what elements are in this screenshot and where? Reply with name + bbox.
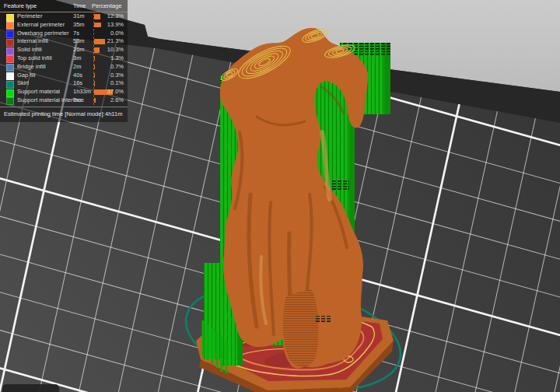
feature-percentage: 13.9% — [107, 21, 124, 30]
feature-time: 35m — [73, 21, 85, 30]
legend-row: Support material 1h33m 37.0% — [0, 88, 128, 96]
legend-row: Solid infill 26m 10.3% — [0, 46, 128, 54]
feature-label: Overhang perimeter — [17, 30, 69, 38]
feature-percentage: 2.6% — [110, 96, 124, 105]
legend-row: Perimeter 31m 12.3% — [0, 12, 128, 21]
feature-percentage: 37.0% — [107, 88, 124, 96]
percentage-bar — [94, 39, 105, 44]
legend-panel: Feature type Time Percentage Perimeter 3… — [0, 0, 128, 122]
feature-time: 7m — [73, 96, 81, 105]
feature-percentage: 0.0% — [110, 30, 124, 38]
feature-time: 1h33m — [73, 88, 91, 96]
legend-row: Skirt 16s 0.1% — [0, 79, 128, 88]
feature-label: Support material — [17, 88, 60, 96]
feature-label: Solid infill — [17, 46, 42, 54]
feature-time: 26m — [73, 46, 85, 54]
feature-time: 2m — [73, 63, 81, 72]
legend-row: Support material interface 7m 2.6% — [0, 96, 128, 105]
percentage-bar — [94, 98, 96, 103]
bottom-toolbar-edge[interactable] — [2, 384, 59, 392]
feature-label: Gap fill — [17, 72, 35, 80]
feature-time: 7s — [73, 30, 79, 38]
legend-col-feature-type: Feature type — [4, 0, 37, 12]
legend-header: Feature type Time Percentage — [0, 0, 128, 12]
legend-col-time: Time — [73, 0, 86, 12]
legend-row: Gap fill 40s 0.3% — [0, 72, 128, 80]
estimated-time-label: Estimated printing time [Normal mode]: — [4, 107, 105, 121]
legend-row: Internal infill 53m 21.3% — [0, 37, 128, 46]
feature-percentage: 0.1% — [110, 79, 124, 88]
feature-label: Top solid infill — [17, 54, 52, 63]
percentage-bar — [94, 56, 95, 61]
estimated-time-value: 4h11m — [105, 107, 122, 121]
legend-row: Overhang perimeter 7s 0.0% — [0, 30, 128, 38]
feature-percentage: 10.3% — [107, 46, 124, 54]
feature-label: Bridge infill — [17, 63, 46, 72]
feature-percentage: 12.3% — [107, 12, 124, 21]
feature-time: 3m — [73, 54, 81, 63]
legend-row: Bridge infill 2m 0.7% — [0, 63, 128, 72]
feature-percentage: 21.3% — [107, 37, 124, 46]
legend-row: Top solid infill 3m 1.3% — [0, 54, 128, 63]
percentage-bar — [94, 65, 95, 70]
feature-label: Internal infill — [17, 37, 48, 46]
legend-rows: Perimeter 31m 12.3% External perimeter 3… — [0, 12, 128, 105]
legend-row: External perimeter 35m 13.9% — [0, 21, 128, 30]
feature-label: Skirt — [17, 79, 29, 88]
feature-time: 16s — [73, 79, 82, 88]
feature-time: 31m — [73, 12, 85, 21]
feature-label: Perimeter — [17, 12, 43, 21]
feature-percentage: 0.7% — [110, 63, 124, 72]
legend-col-percentage: Percentage — [92, 0, 121, 12]
slicer-preview-window: Feature type Time Percentage Perimeter 3… — [0, 0, 560, 392]
percentage-bar — [94, 73, 95, 79]
percentage-bar — [94, 81, 95, 86]
feature-time: 53m — [73, 37, 85, 46]
estimated-time: Estimated printing time [Normal mode]: 4… — [0, 107, 128, 121]
percentage-bar — [94, 14, 100, 19]
feature-color-swatch — [6, 97, 14, 105]
feature-time: 40s — [73, 72, 82, 80]
feature-label: External perimeter — [17, 21, 65, 30]
percentage-bar — [94, 47, 100, 53]
percentage-bar — [94, 23, 101, 28]
feature-percentage: 1.3% — [110, 54, 124, 63]
feature-percentage: 0.3% — [110, 72, 124, 80]
